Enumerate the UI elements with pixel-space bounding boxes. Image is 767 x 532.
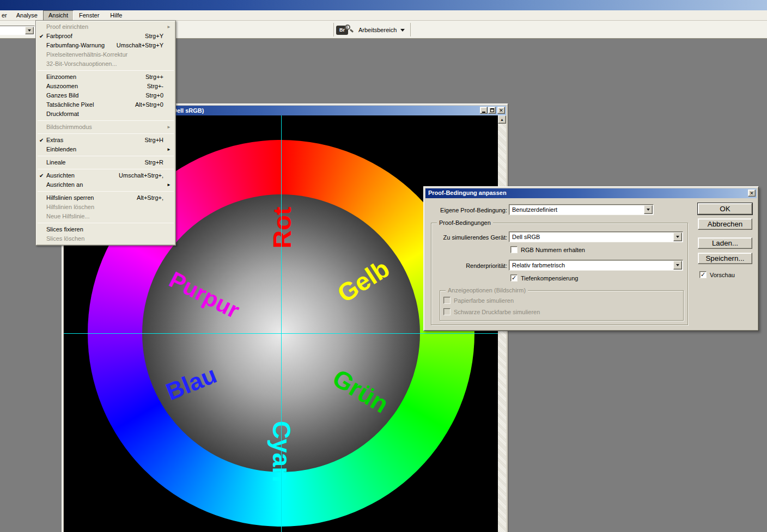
menu-item-label: Hilfslinien löschen — [46, 204, 94, 210]
custom-condition-value: Benutzerdefiniert — [512, 206, 557, 213]
menu-item-farbproof[interactable]: ✔FarbproofStrg+Y — [37, 32, 174, 41]
menu-item-shortcut: Alt+Strg+, — [137, 193, 163, 203]
app-titlebar — [0, 0, 767, 10]
custom-condition-label: Eigene Proof-Bedingung: — [431, 207, 507, 213]
menu-item-ganzes-bild[interactable]: Ganzes BildStrg+0 — [37, 91, 174, 100]
menu-item-neue-hilfslinie: Neue Hilfslinie... — [37, 212, 174, 221]
menu-separator — [38, 223, 174, 223]
menu-separator — [38, 70, 174, 71]
menu-item-label: Einblenden — [46, 146, 76, 152]
menubar-item-hilfe[interactable]: Hilfe — [105, 10, 127, 21]
tool-options-combo[interactable] — [0, 26, 35, 35]
menu-item-label: Pixelseitenverhältnis-Korrektur — [46, 51, 127, 58]
maximize-button[interactable] — [488, 107, 496, 114]
menu-item-bildschirmmodus: Bildschirmmodus► — [37, 123, 174, 132]
custom-condition-select[interactable]: Benutzerdefiniert — [509, 204, 654, 215]
menu-item-shortcut: Umschalt+Strg+Y — [117, 41, 163, 50]
vertical-guide — [281, 115, 282, 532]
document-title: Dell sRGB) — [173, 107, 204, 114]
menu-item-einblenden[interactable]: Einblenden► — [37, 145, 174, 154]
menu-item-proof-einrichten: Proof einrichten► — [37, 22, 174, 32]
menu-item-shortcut: Strg+0 — [145, 91, 163, 100]
black-point-compensation-checkbox[interactable]: ✓ — [510, 274, 518, 282]
menu-separator — [38, 120, 174, 121]
menu-separator — [38, 133, 174, 134]
chevron-down-icon — [28, 29, 31, 32]
workspace-button[interactable]: Arbeitsbereich — [358, 26, 405, 34]
display-options-group: Anzeigeoptionen (Bildschirm) — [440, 290, 684, 321]
chevron-down-icon — [647, 209, 650, 211]
submenu-arrow-icon: ► — [167, 145, 171, 154]
menu-item-slices-löschen: Slices löschen — [37, 234, 174, 243]
menu-item-label: Slices löschen — [46, 235, 84, 242]
photoshop-app: erAnalyseAnsichtFensterHilfe Br Arbeitsb… — [0, 0, 767, 532]
menu-separator — [38, 156, 174, 156]
menu-item-ausrichten[interactable]: ✔AusrichtenUmschalt+Strg+, — [37, 171, 174, 180]
menu-item-extras[interactable]: ✔ExtrasStrg+H — [37, 136, 174, 145]
render-intent-value: Relativ farbmetrisch — [512, 262, 565, 268]
menu-item-label: Ausrichten — [46, 172, 75, 179]
menu-item-farbumfang-warnung[interactable]: Farbumfang-WarnungUmschalt+Strg+Y — [37, 41, 174, 50]
ok-button[interactable]: OK — [698, 203, 752, 215]
menu-item-pixelseitenverhältnis-korrektur: Pixelseitenverhältnis-Korrektur — [37, 50, 174, 59]
minimize-icon — [482, 112, 485, 113]
menu-separator — [38, 191, 174, 192]
menu-item-label: Farbproof — [46, 33, 72, 39]
menu-item-label: Bildschirmmodus — [46, 124, 92, 130]
close-button[interactable]: ✕ — [497, 107, 505, 114]
rgb-numbers-checkbox[interactable] — [510, 246, 518, 253]
menubar-item-fenster[interactable]: Fenster — [74, 10, 105, 21]
dialog-titlebar[interactable]: Proof-Bedingung anpassen ✕ — [425, 188, 757, 198]
menu-item-label: 32-Bit-Vorschauoptionen... — [46, 60, 117, 67]
toolbar-separator — [333, 23, 334, 36]
save-button[interactable]: Speichern... — [698, 253, 752, 264]
combo-dropdown-button[interactable] — [673, 261, 682, 270]
combo-dropdown-button[interactable] — [673, 233, 682, 241]
menu-item-label: Neue Hilfslinie... — [46, 213, 89, 219]
view-menu-dropdown: Proof einrichten►✔FarbproofStrg+YFarbumf… — [35, 20, 176, 246]
menu-item-druckformat[interactable]: Druckformat — [37, 109, 174, 119]
combo-dropdown-button[interactable] — [25, 27, 34, 34]
render-intent-select[interactable]: Relativ farbmetrisch — [509, 260, 683, 271]
magnifier-handle-icon — [350, 29, 354, 33]
cancel-button[interactable]: Abbrechen — [698, 218, 752, 230]
menu-item-label: Lineale — [46, 159, 65, 166]
preview-checkbox[interactable]: ✓ — [699, 271, 707, 278]
menu-item-auszoomen[interactable]: AuszoomenStrg+- — [37, 82, 174, 91]
menu-item-slices-fixieren[interactable]: Slices fixieren — [37, 225, 174, 234]
menu-item-tatsächliche-pixel[interactable]: Tatsächliche PixelAlt+Strg+0 — [37, 100, 174, 109]
simulate-ink-checkbox — [443, 308, 451, 315]
menu-item-shortcut: Strg+Y — [145, 32, 163, 41]
minimize-button[interactable] — [480, 107, 488, 114]
device-select[interactable]: Dell sRGB — [509, 231, 683, 242]
menu-item-hilfslinien-sperren[interactable]: Hilfslinien sperrenAlt+Strg+, — [37, 193, 174, 203]
horizontal-guide — [64, 333, 499, 334]
rgb-numbers-label: RGB Nummern erhalten — [521, 247, 585, 253]
load-button[interactable]: Laden... — [698, 237, 752, 249]
checkmark-icon: ✔ — [39, 171, 44, 180]
black-point-compensation-label: Tiefenkompensierung — [521, 275, 578, 282]
scroll-up-button[interactable]: ▲ — [498, 115, 506, 124]
wheel-label-cyan: Cyan — [267, 421, 296, 482]
dialog-close-button[interactable]: ✕ — [748, 189, 756, 197]
combo-dropdown-button[interactable] — [644, 205, 653, 214]
menu-item-ausrichten-an[interactable]: Ausrichten an► — [37, 180, 174, 189]
menu-item-einzoomen[interactable]: EinzoomenStrg++ — [37, 72, 174, 82]
menubar-item-ansicht[interactable]: Ansicht — [43, 10, 74, 21]
proof-condition-dialog: Proof-Bedingung anpassen ✕ Eigene Proof-… — [423, 186, 759, 331]
menubar-item-er[interactable]: er — [0, 10, 11, 21]
chevron-down-icon — [676, 236, 679, 238]
checkmark-icon: ✔ — [39, 136, 44, 145]
submenu-arrow-icon: ► — [167, 123, 171, 132]
menu-item-lineale[interactable]: LinealeStrg+R — [37, 158, 174, 167]
close-icon: ✕ — [750, 191, 754, 196]
close-icon: ✕ — [499, 108, 503, 113]
menu-item-label: Ganzes Bild — [46, 92, 78, 99]
checkmark-icon: ✔ — [39, 32, 44, 41]
menu-bar: erAnalyseAnsichtFensterHilfe — [0, 10, 767, 21]
bridge-button[interactable]: Br — [336, 25, 355, 36]
menu-item-label: Ausrichten an — [46, 181, 83, 188]
menubar-item-analyse[interactable]: Analyse — [11, 10, 43, 21]
simulate-paper-checkbox — [443, 297, 451, 304]
chevron-down-icon — [676, 264, 679, 266]
